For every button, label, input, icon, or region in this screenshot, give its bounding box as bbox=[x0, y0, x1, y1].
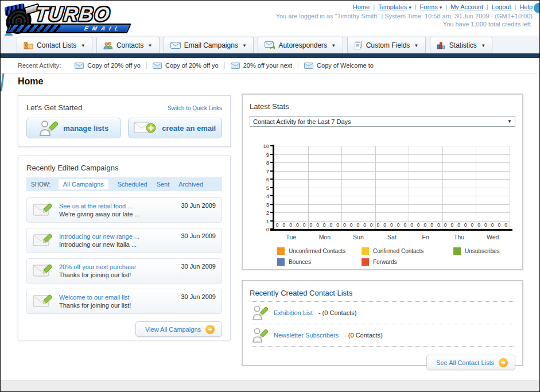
manage-lists-button[interactable]: manage lists bbox=[26, 118, 121, 138]
filter-all-campaigns[interactable]: All Campaigns bbox=[59, 179, 108, 189]
legend-item-forwards: Forwards bbox=[362, 258, 453, 266]
nav-link-home[interactable]: Home bbox=[353, 3, 370, 10]
data-value-label: 0 bbox=[464, 222, 467, 228]
gridline bbox=[274, 154, 510, 155]
gridline bbox=[442, 146, 443, 229]
separator: | bbox=[373, 3, 375, 10]
x-tick-label: Sat bbox=[375, 234, 409, 240]
navy-divider-bar bbox=[1, 53, 539, 58]
nav-link-forms[interactable]: Forms▾ bbox=[420, 3, 442, 10]
tab-label: Contact Lists bbox=[37, 41, 76, 49]
switch-quick-links-link[interactable]: Switch to Quick Links bbox=[168, 105, 222, 111]
data-value-label: 0 bbox=[504, 222, 507, 228]
contacts-icon bbox=[103, 41, 113, 49]
tab-contacts[interactable]: Contacts▾ bbox=[96, 37, 160, 53]
campaign-title-link[interactable]: See us at the retail food ... bbox=[59, 202, 175, 210]
y-tick-label: 4 bbox=[259, 193, 269, 199]
logo-text-email: EMAIL bbox=[83, 25, 130, 32]
chevron-down-icon: ▾ bbox=[243, 42, 246, 48]
recent-activity-item-label: Copy of Welcome to bbox=[317, 62, 374, 69]
data-value-label: 0 bbox=[498, 222, 500, 228]
nav-link-my-account[interactable]: My Account bbox=[450, 3, 483, 10]
campaign-subtitle: We're giving away our late ... bbox=[59, 210, 175, 218]
recent-activity-item-label: Copy of 20% off yo bbox=[87, 62, 141, 69]
arrow-circle-icon bbox=[205, 325, 215, 334]
view-all-campaigns-label: View All Campaigns bbox=[145, 326, 201, 333]
recent-activity-item[interactable]: Copy of 20% off yo bbox=[147, 62, 225, 69]
latest-stats-panel: Latest Stats Contact Activity for the La… bbox=[242, 94, 523, 270]
legend-swatch bbox=[453, 247, 461, 255]
campaign-list-item[interactable]: Welcome to our email listThanks for join… bbox=[26, 289, 222, 314]
gridline bbox=[274, 162, 510, 163]
legend-label: Unsubscribes bbox=[465, 248, 500, 254]
chart-legend: Unconfirmed ContactsConfirmed ContactsUn… bbox=[277, 247, 515, 266]
gridline bbox=[274, 221, 510, 222]
statistics-icon bbox=[437, 41, 446, 49]
see-all-contact-lists-button[interactable]: See All Contact Lists bbox=[426, 355, 515, 370]
campaign-list-item[interactable]: 20% off your next purchaseThanks for joi… bbox=[26, 258, 222, 284]
turbo-email-logo: TURBO EMAIL bbox=[5, 4, 139, 34]
gridline bbox=[341, 146, 342, 229]
recent-activity-item[interactable]: Copy of 20% off yo bbox=[69, 62, 147, 69]
campaign-title-link[interactable]: Introducing our new range ... bbox=[59, 232, 175, 240]
contact-list-rows: Exhibition List- (0 Contacts)Newsletter … bbox=[250, 302, 515, 347]
data-value-label: 0 bbox=[390, 222, 393, 228]
envelope-icon bbox=[231, 63, 240, 69]
tab-statistics[interactable]: Statistics▾ bbox=[430, 37, 493, 53]
campaign-date: 30 Jun 2009 bbox=[181, 202, 216, 209]
gridline bbox=[409, 146, 409, 229]
y-axis bbox=[273, 145, 274, 231]
legend-item-confirmed-contacts: Confirmed Contacts bbox=[362, 247, 453, 255]
campaign-title-link[interactable]: Welcome to our email list bbox=[59, 293, 175, 301]
gridline bbox=[274, 146, 510, 146]
contact-list-name-link[interactable]: Newsletter Subscribers bbox=[274, 332, 339, 339]
tab-contact-lists[interactable]: Contact Lists▾ bbox=[17, 37, 92, 53]
legend-swatch bbox=[362, 247, 369, 255]
separator: | bbox=[445, 3, 447, 10]
contact-lists-panel: Recently Created Contact Lists Exhibitio… bbox=[242, 280, 523, 366]
y-tick-label: 5 bbox=[259, 185, 269, 191]
legend-label: Unconfirmed Contacts bbox=[289, 248, 345, 254]
contact-list-name-link[interactable]: Exhibition List bbox=[274, 309, 313, 316]
contact-list-count: - (0 Contacts) bbox=[318, 309, 357, 316]
recent-activity-item[interactable]: 20% off your next bbox=[225, 62, 298, 69]
gridline bbox=[476, 146, 476, 229]
filter-scheduled[interactable]: Scheduled bbox=[118, 181, 147, 188]
credits-remaining: You have 1,000 total credits left. bbox=[443, 21, 533, 28]
see-all-contact-lists-label: See All Contact Lists bbox=[436, 359, 494, 366]
recent-activity-item-label: 20% off your next bbox=[243, 62, 292, 69]
autoresponder-icon bbox=[265, 41, 275, 49]
nav-link-help[interactable]: Help bbox=[519, 3, 533, 10]
view-all-campaigns-button[interactable]: View All Campaigns bbox=[135, 321, 222, 337]
data-value-label: 0 bbox=[336, 222, 339, 228]
campaign-list-item[interactable]: Introducing our new range ...Introducing… bbox=[26, 228, 222, 253]
data-value-label: 0 bbox=[289, 222, 292, 228]
filter-sent[interactable]: Sent bbox=[157, 181, 170, 188]
campaigns-panel: Recently Edited Campaigns SHOW: All Camp… bbox=[18, 156, 231, 340]
campaign-list-item[interactable]: See us at the retail food ...We're givin… bbox=[26, 197, 222, 223]
tab-autoresponders[interactable]: Autoresponders▾ bbox=[258, 37, 343, 53]
data-value-label: 0 bbox=[363, 222, 366, 228]
data-value-label: 0 bbox=[330, 222, 333, 228]
campaign-subtitle: Introducing our new Italia ... bbox=[59, 240, 175, 249]
filter-archived[interactable]: Archived bbox=[178, 181, 203, 188]
campaign-list: See us at the retail food ...We're givin… bbox=[26, 197, 222, 314]
campaign-date: 30 Jun 2009 bbox=[181, 263, 216, 270]
campaign-title-link[interactable]: 20% off your next purchase bbox=[59, 263, 175, 271]
x-tick-label: Thu bbox=[442, 234, 476, 240]
data-value-label: 0 bbox=[471, 222, 474, 228]
tab-email-campaigns[interactable]: Email Campaigns▾ bbox=[164, 37, 254, 53]
contact-list-row[interactable]: Exhibition List- (0 Contacts) bbox=[250, 302, 515, 324]
nav-link-templates[interactable]: Templates▾ bbox=[378, 3, 411, 10]
stats-report-select[interactable]: Contact Activity for the Last 7 Days ▼ bbox=[250, 116, 515, 127]
nav-link-logout[interactable]: Logout bbox=[492, 3, 511, 10]
create-an-email-button[interactable]: create an email bbox=[128, 118, 223, 138]
campaign-date: 30 Jun 2009 bbox=[181, 293, 216, 300]
tab-custom-fields[interactable]: Custom Fields▾ bbox=[347, 37, 426, 53]
recent-activity-items: Copy of 20% off yoCopy of 20% off yo20% … bbox=[69, 62, 379, 69]
envelope-icon bbox=[75, 63, 84, 69]
page-title: Home bbox=[18, 76, 43, 87]
button-label: manage lists bbox=[63, 124, 108, 133]
contact-list-row[interactable]: Newsletter Subscribers- (0 Contacts) bbox=[250, 324, 515, 347]
recent-activity-item[interactable]: Copy of Welcome to bbox=[298, 62, 379, 69]
